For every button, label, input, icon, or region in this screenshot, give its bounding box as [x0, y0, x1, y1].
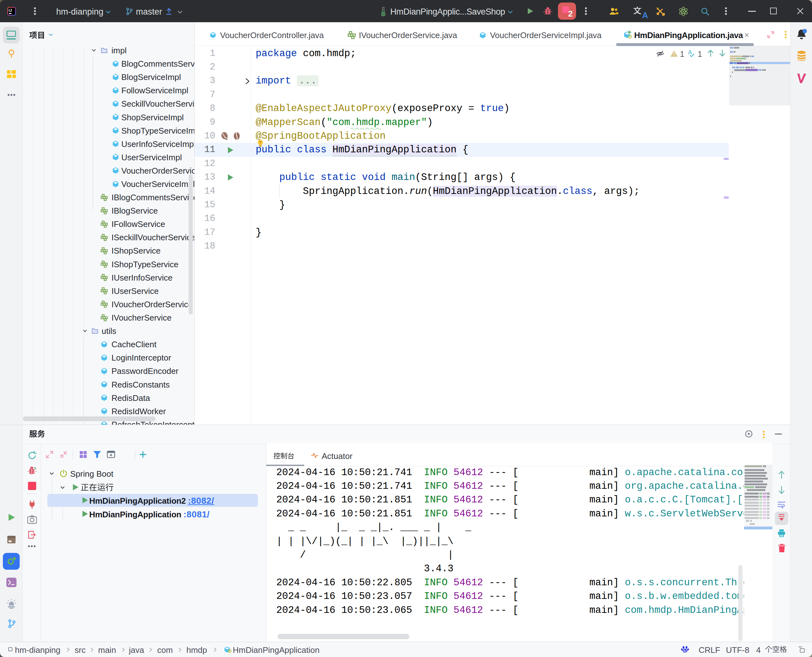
- svg-text:A: A: [688, 49, 692, 56]
- svg-text:du: du: [683, 649, 687, 652]
